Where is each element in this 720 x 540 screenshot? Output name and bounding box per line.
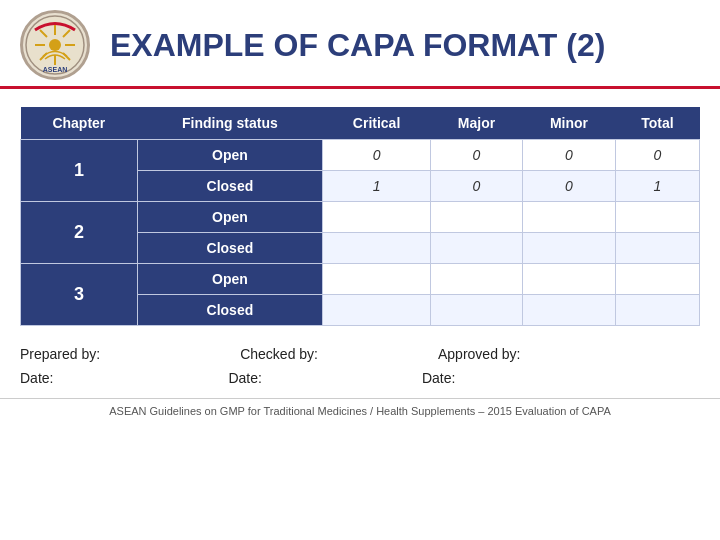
bottom-note: ASEAN Guidelines on GMP for Traditional … <box>0 398 720 421</box>
major-cell <box>431 264 523 295</box>
total-cell <box>616 264 700 295</box>
col-minor: Minor <box>522 107 615 140</box>
critical-cell: 0 <box>323 140 431 171</box>
col-critical: Critical <box>323 107 431 140</box>
minor-cell: 0 <box>522 140 615 171</box>
chapter-cell: 3 <box>21 264 138 326</box>
table-row: 1Open0000 <box>21 140 700 171</box>
svg-point-1 <box>49 39 61 51</box>
date-label-1: Date: <box>20 370 53 386</box>
major-cell: 0 <box>431 171 523 202</box>
col-total: Total <box>616 107 700 140</box>
asean-logo: ASEAN <box>20 10 90 80</box>
critical-cell <box>323 233 431 264</box>
total-cell <box>616 202 700 233</box>
page-title: EXAMPLE OF CAPA FORMAT (2) <box>110 27 605 64</box>
table-section: Chapter Finding status Critical Major Mi… <box>0 89 720 326</box>
major-cell <box>431 202 523 233</box>
critical-cell: 1 <box>323 171 431 202</box>
critical-cell <box>323 295 431 326</box>
date-label-2: Date: <box>228 370 261 386</box>
footer-labels: Prepared by: Checked by: Approved by: <box>0 336 720 366</box>
major-cell <box>431 295 523 326</box>
minor-cell <box>522 202 615 233</box>
col-chapter: Chapter <box>21 107 138 140</box>
date-label-3: Date: <box>422 370 455 386</box>
finding-status-cell: Closed <box>137 233 322 264</box>
chapter-cell: 2 <box>21 202 138 264</box>
total-cell: 1 <box>616 171 700 202</box>
minor-cell: 0 <box>522 171 615 202</box>
critical-cell <box>323 264 431 295</box>
finding-status-cell: Open <box>137 264 322 295</box>
total-cell <box>616 233 700 264</box>
finding-status-cell: Closed <box>137 295 322 326</box>
major-cell: 0 <box>431 140 523 171</box>
date-labels: Date: Date: Date: <box>0 366 720 390</box>
col-major: Major <box>431 107 523 140</box>
total-cell: 0 <box>616 140 700 171</box>
minor-cell <box>522 295 615 326</box>
prepared-by-label: Prepared by: <box>20 346 100 362</box>
critical-cell <box>323 202 431 233</box>
minor-cell <box>522 233 615 264</box>
finding-status-cell: Closed <box>137 171 322 202</box>
major-cell <box>431 233 523 264</box>
approved-by-label: Approved by: <box>438 346 521 362</box>
table-header-row: Chapter Finding status Critical Major Mi… <box>21 107 700 140</box>
checked-by-label: Checked by: <box>240 346 318 362</box>
page-header: ASEAN EXAMPLE OF CAPA FORMAT (2) <box>0 0 720 89</box>
table-row: 2Open <box>21 202 700 233</box>
chapter-cell: 1 <box>21 140 138 202</box>
capa-table: Chapter Finding status Critical Major Mi… <box>20 107 700 326</box>
total-cell <box>616 295 700 326</box>
finding-status-cell: Open <box>137 202 322 233</box>
minor-cell <box>522 264 615 295</box>
col-finding-status: Finding status <box>137 107 322 140</box>
table-row: 3Open <box>21 264 700 295</box>
svg-text:ASEAN: ASEAN <box>43 66 68 73</box>
finding-status-cell: Open <box>137 140 322 171</box>
